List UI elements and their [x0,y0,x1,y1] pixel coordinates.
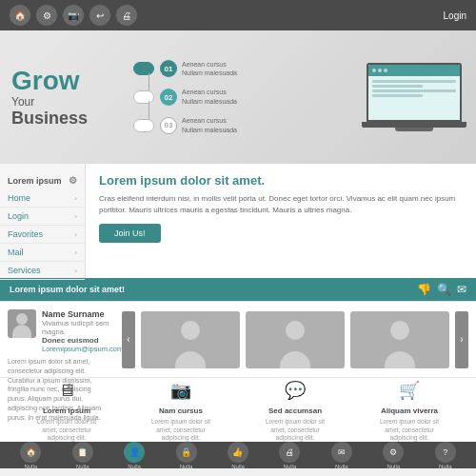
profile-text: Name Surname Vivamus iudicpit sem magna.… [42,309,123,353]
sidebar-item-home[interactable]: Home › [0,189,85,208]
footer-item-1: 📋 Nulla [72,442,93,469]
nav-icons: 🏠 ⚙ 📷 ↩ 🖨 [10,5,137,26]
footer-label-1: Nulla [76,464,89,469]
laptop-graphic [352,30,476,164]
grow-text: Grow [11,68,93,94]
profile-name: Name Surname [42,309,123,319]
search-icon[interactable]: 🔍 [437,283,451,296]
back-icon[interactable]: ↩ [89,5,110,26]
footer-clipboard-icon[interactable]: 📋 [72,442,93,463]
footer-label-6: Nulla [335,464,348,469]
top-navigation: 🏠 ⚙ 📷 ↩ 🖨 Login [0,0,476,30]
footer-print-icon[interactable]: 🖨 [279,442,300,463]
step-badge-3: 03 [160,117,177,134]
photo-card-2 [246,311,345,368]
footer-item-2: 👤 Nulla [124,442,145,469]
step-info-2: Aenean cursus Nullam malesuada [182,88,237,107]
settings-icon[interactable]: ⚙ [36,5,57,26]
main-title: Lorem ipsum dolor sit amet. [99,173,463,188]
footer-item-4: 👍 Nulla [228,442,248,469]
next-photo-button[interactable]: › [455,311,468,368]
avatar [8,309,36,338]
bottom-label-0: Lorem ipsum [43,407,90,415]
profile-photos: ‹ › [114,302,476,377]
step-badge-1: 01 [160,60,177,77]
main-body-text: Cras eleifend interdum nisi, in mollis v… [99,193,463,216]
chevron-icon: › [74,230,77,239]
bottom-label-1: Nam cursus [159,407,203,415]
sidebar-header: Lorem ipsum ⚙ [0,171,85,189]
step-3: 03 Aenean cursus Nullam malesuada [133,116,347,135]
mail-icon[interactable]: ✉ [457,283,466,296]
footer-help-icon[interactable]: ? [435,442,456,463]
laptop [362,63,466,131]
bottom-label-3: Aliquam viverra [381,407,438,415]
login-button[interactable]: Login [444,10,466,21]
footer-user-icon[interactable]: 👤 [124,442,145,463]
footer-email-icon[interactable]: ✉ [331,442,352,463]
chevron-icon: › [74,248,77,257]
sidebar: Lorem ipsum ⚙ Home › Login › Favorites ›… [0,164,86,278]
gear-icon[interactable]: ⚙ [69,175,77,186]
sidebar-item-favorites[interactable]: Favorites › [0,226,85,244]
profile-subtitle: Vivamus iudicpit sem magna. [42,319,123,336]
profile-section: Name Surname Vivamus iudicpit sem magna.… [0,301,476,377]
bottom-item-2: 💬 Sed accumsan Lorem ipsum dolor sit ame… [257,377,333,442]
profile-donec: Donec euismod [42,336,123,345]
step-oval-1 [133,62,154,75]
avatar-head [16,313,28,325]
bottom-item-3: 🛒 Aliquam viverra Lorem ipsum dolor sit … [371,377,447,442]
business-text: Business [11,109,93,127]
bottom-icons-section: 🖥 Lorem ipsum Lorem ipsum dolor sit amet… [0,377,476,442]
footer-lock-icon[interactable]: 🔒 [176,442,197,463]
steps-area: Idea 01 Aenean cursus Nullam malesuada 0… [105,30,352,164]
footer-item-0: 🏠 Nulla [20,442,41,469]
laptop-screen [367,63,462,122]
person-head-2 [286,321,305,340]
footer-label-7: Nulla [387,464,400,469]
sidebar-item-login[interactable]: Login › [0,208,85,226]
footer-label-5: Nulla [284,464,297,469]
step-badge-2: 02 [160,89,177,106]
your-text: Your [11,94,93,110]
chevron-icon: › [74,267,77,275]
footer-item-6: ✉ Nulla [331,442,352,469]
main-content: Lorem ipsum dolor sit amet. Cras eleifen… [86,164,476,278]
bottom-item-0: 🖥 Lorem ipsum Lorem ipsum dolor sit amet… [29,377,105,442]
bottom-desc-0: Lorem ipsum dolor sit amet, consectetur … [29,418,105,442]
home-icon[interactable]: 🏠 [10,5,30,26]
footer-settings-icon[interactable]: ⚙ [383,442,404,463]
step-2: 02 Aenean cursus Nullam malesuada [133,88,347,107]
footer-label-8: Nulla [439,464,452,469]
cart-icon: 🛒 [396,377,423,404]
person-head-1 [181,321,200,340]
profile-info: Name Surname Vivamus iudicpit sem magna.… [8,309,107,353]
thumbsdown-icon[interactable]: 👎 [417,283,431,296]
step-oval-3 [133,119,154,132]
join-button[interactable]: Join Us! [99,224,161,243]
notification-text: Lorem ipsum dolor sit amet! [10,285,125,294]
hero-tagline: Grow Your Business [0,30,105,164]
content-section: Lorem ipsum ⚙ Home › Login › Favorites ›… [0,164,476,278]
footer-label-3: Nulla [180,464,193,469]
notification-bar: Lorem ipsum dolor sit amet! 👎 🔍 ✉ [0,278,476,301]
person-body-1 [175,351,206,368]
footer-item-5: 🖨 Nulla [279,442,300,469]
footer-home-icon[interactable]: 🏠 [20,442,41,463]
step-info-1: Aenean cursus Nullam malesuada [182,60,237,79]
bottom-desc-2: Lorem ipsum dolor sit amet, consectetur … [257,418,333,442]
print-icon[interactable]: 🖨 [116,5,137,26]
footer-label-4: Nulla [231,464,245,469]
sidebar-item-services[interactable]: Services › [0,262,85,280]
step-oval-2 [133,90,154,104]
step-info-3: Aenean cursus Nullam malesuada [182,116,237,135]
prev-photo-button[interactable]: ‹ [122,311,135,368]
person-head-3 [390,321,409,340]
avatar-body [12,325,31,338]
chat-icon: 💬 [282,377,308,404]
laptop-stand [395,128,433,131]
bottom-desc-1: Lorem ipsum dolor sit amet, consectetur … [143,418,219,442]
sidebar-item-mail[interactable]: Mail › [0,244,85,262]
camera-icon[interactable]: 📷 [63,5,84,26]
footer-thumbs-icon[interactable]: 👍 [228,442,248,463]
